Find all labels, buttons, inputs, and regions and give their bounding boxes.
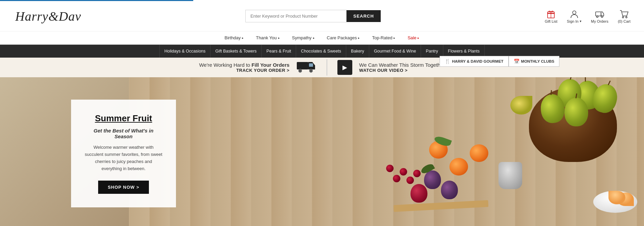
svg-point-12 (309, 69, 313, 73)
my-orders-label: My Orders (591, 19, 608, 23)
cart-button[interactable]: (0) Cart (618, 9, 630, 23)
pear-4 (564, 98, 588, 126)
cat-chocolates[interactable]: Chocolates & Sweets (296, 45, 346, 58)
cart-label-wrap: (0) Cart (618, 19, 630, 23)
care-packages-chevron: ▸ (358, 36, 360, 40)
svg-rect-13 (309, 63, 313, 67)
svg-point-8 (622, 17, 624, 18)
logo[interactable]: Harry&David (14, 4, 81, 28)
search-button[interactable]: SEARCH (347, 10, 381, 22)
search-area: SEARCH (245, 10, 381, 22)
banner-right-line1: We Can Weather This Storm Together (359, 62, 445, 68)
cart-icon (619, 9, 629, 19)
gift-list-label: Gift List (545, 19, 557, 23)
peach-1 (449, 158, 468, 176)
hero-subtitle: Get the Best of What's in Season (85, 128, 162, 139)
sign-in-chevron: ▾ (580, 19, 581, 23)
banner-right: We Can Weather This Storm Together WATCH… (327, 60, 445, 75)
sign-in-label: Sign In (567, 19, 578, 23)
hero-content-card: Summer Fruit Get the Best of What's in S… (71, 100, 176, 207)
svg-point-6 (597, 16, 598, 17)
shop-now-button[interactable]: SHOP NOW > (98, 181, 149, 194)
svg-point-4 (573, 11, 576, 14)
nav-care-packages[interactable]: Care Packages ▸ (321, 32, 366, 44)
primary-nav: Birthday ▸ Thank You ▸ Sympathy ▸ Care P… (0, 32, 644, 44)
banner-left-text: We're Working Hard to Fill Your Orders T… (199, 62, 289, 73)
hero-section: Summer Fruit Get the Best of What's in S… (0, 77, 644, 226)
gift-icon (546, 9, 556, 19)
cherry-4 (386, 165, 394, 172)
birthday-chevron: ▸ (242, 36, 244, 40)
delivery-truck-icon (296, 59, 316, 76)
nav-top-rated[interactable]: Top-Rated ▸ (366, 32, 401, 44)
cat-holidays[interactable]: Holidays & Occasions (159, 45, 211, 58)
fork-knife-icon: 🍴 (445, 59, 450, 64)
pear-half (510, 96, 532, 115)
nav-birthday[interactable]: Birthday ▸ (219, 32, 250, 44)
svg-point-7 (601, 16, 603, 17)
top-rated-chevron: ▸ (394, 36, 395, 40)
svg-text:Harry&David: Harry&David (15, 9, 81, 23)
cherry-2 (393, 175, 400, 182)
svg-point-9 (626, 17, 627, 18)
cat-pears-fruit[interactable]: Pears & Fruit (262, 45, 296, 58)
cherry-1 (400, 168, 407, 176)
peach-2 (470, 144, 488, 162)
thank-you-chevron: ▸ (278, 36, 280, 40)
logo-text: Harry&David (14, 4, 81, 28)
banner-left-line1: We're Working Hard to Fill Your Orders (199, 62, 289, 68)
calendar-icon: 📅 (514, 59, 519, 64)
cat-bakery[interactable]: Bakery (346, 45, 369, 58)
sign-in-label-wrap: Sign In ▾ (567, 19, 581, 23)
cherry-5 (413, 170, 421, 177)
user-icon (570, 9, 579, 19)
plum-2 (441, 181, 458, 199)
header-icons: Gift List Sign In ▾ (545, 9, 630, 23)
monthly-clubs-button[interactable]: 📅 MONTHLY CLUBS (509, 56, 559, 67)
svg-point-11 (298, 69, 302, 73)
plum-1 (424, 170, 441, 189)
nav-sympathy[interactable]: Sympathy ▸ (286, 32, 321, 44)
truck-icon (595, 9, 604, 19)
top-right-nav: 🍴 HARRY & DAVID GOURMET 📅 MONTHLY CLUBS (440, 56, 559, 67)
cart-label: Cart (623, 19, 630, 23)
hero-background (129, 77, 644, 226)
cat-gift-baskets[interactable]: Gift Baskets & Towers (210, 45, 262, 58)
cat-gourmet[interactable]: Gourmet Food & Wine (369, 45, 421, 58)
banner-right-text: We Can Weather This Storm Together WATCH… (359, 62, 445, 73)
hero-description: Welcome warmer weather with succulent su… (85, 144, 162, 172)
cream-pitcher (498, 162, 522, 189)
peach-slice-2 (608, 191, 625, 204)
video-play-button[interactable] (337, 60, 352, 75)
sympathy-chevron: ▸ (313, 36, 315, 40)
cherry-3 (406, 177, 414, 184)
gift-list-button[interactable]: Gift List (545, 9, 557, 23)
sign-in-button[interactable]: Sign In ▾ (567, 9, 581, 23)
track-order-link[interactable]: TRACK YOUR ORDER > (199, 68, 289, 73)
my-orders-button[interactable]: My Orders (591, 9, 608, 23)
search-input[interactable] (245, 10, 347, 22)
nav-sale[interactable]: Sale ▸ (401, 32, 425, 44)
nav-thank-you[interactable]: Thank You ▸ (250, 32, 286, 44)
hero-title: Summer Fruit (95, 113, 152, 124)
sale-chevron: ▸ (418, 36, 419, 40)
cart-count: (0) (618, 19, 622, 23)
watch-video-link[interactable]: WATCH OUR VIDEO > (359, 68, 445, 73)
plum-3 (410, 184, 427, 203)
banner-left: We're Working Hard to Fill Your Orders T… (199, 59, 327, 76)
svg-rect-10 (297, 62, 308, 69)
site-header: Harry&David SEARCH Gift List (0, 1, 644, 32)
gourmet-button[interactable]: 🍴 HARRY & DAVID GOURMET (440, 56, 509, 67)
svg-rect-5 (596, 12, 601, 16)
